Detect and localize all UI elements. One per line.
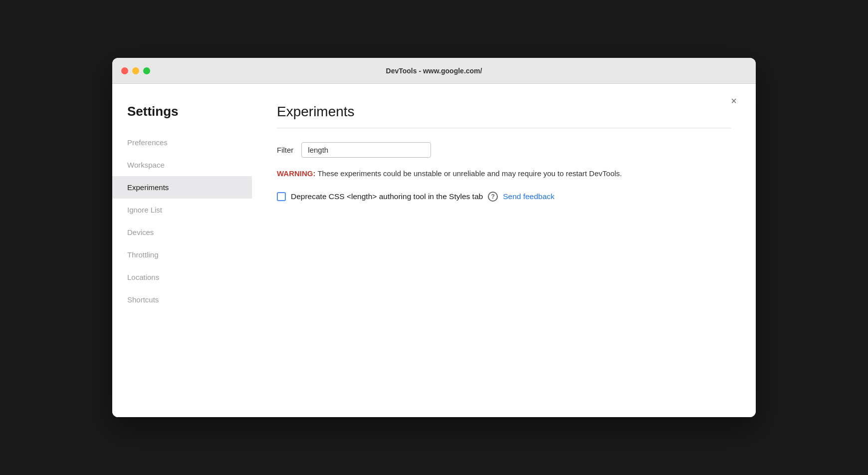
- sidebar-item-experiments[interactable]: Experiments: [112, 176, 252, 199]
- filter-label: Filter: [277, 146, 293, 154]
- experiment-checkbox-0[interactable]: [277, 192, 286, 201]
- titlebar: DevTools - www.google.com/: [112, 58, 756, 84]
- sidebar-item-devices[interactable]: Devices: [112, 221, 252, 243]
- experiment-row-0: Deprecate CSS <length> authoring tool in…: [277, 192, 731, 202]
- devtools-window: DevTools - www.google.com/ Settings Pref…: [112, 58, 756, 417]
- sidebar-item-preferences[interactable]: Preferences: [112, 131, 252, 154]
- warning-text: WARNING: These experiments could be unst…: [277, 168, 731, 180]
- close-button[interactable]: [121, 67, 128, 74]
- sidebar: Settings Preferences Workspace Experimen…: [112, 84, 252, 417]
- sidebar-item-throttling[interactable]: Throttling: [112, 243, 252, 266]
- panel-title: Experiments: [277, 104, 731, 120]
- experiment-label-0: Deprecate CSS <length> authoring tool in…: [291, 192, 483, 201]
- maximize-button[interactable]: [143, 67, 150, 74]
- close-settings-button[interactable]: ×: [727, 94, 741, 108]
- content-area: Settings Preferences Workspace Experimen…: [112, 84, 756, 417]
- divider: [277, 128, 731, 128]
- filter-input[interactable]: [301, 142, 431, 158]
- window-title: DevTools - www.google.com/: [386, 67, 482, 75]
- filter-row: Filter: [277, 142, 731, 158]
- warning-label: WARNING:: [277, 169, 316, 178]
- send-feedback-link-0[interactable]: Send feedback: [503, 192, 554, 201]
- main-panel: × Experiments Filter WARNING: These expe…: [252, 84, 756, 417]
- sidebar-item-locations[interactable]: Locations: [112, 266, 252, 288]
- minimize-button[interactable]: [132, 67, 139, 74]
- settings-heading: Settings: [112, 104, 252, 131]
- sidebar-item-shortcuts[interactable]: Shortcuts: [112, 288, 252, 311]
- help-icon-0[interactable]: ?: [488, 192, 498, 202]
- warning-body: These experiments could be unstable or u…: [316, 169, 622, 178]
- sidebar-item-workspace[interactable]: Workspace: [112, 154, 252, 176]
- traffic-lights: [121, 67, 150, 74]
- sidebar-item-ignore-list[interactable]: Ignore List: [112, 199, 252, 221]
